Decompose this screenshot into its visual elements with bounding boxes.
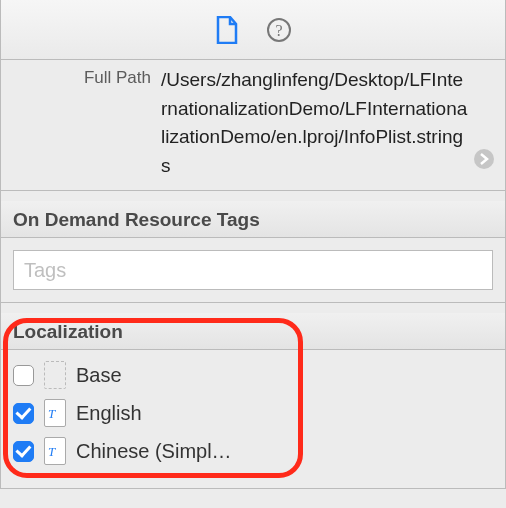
- on-demand-tags-header: On Demand Resource Tags: [0, 201, 506, 238]
- localization-row-base[interactable]: Base: [13, 356, 493, 394]
- full-path-label: Full Path: [11, 66, 161, 180]
- checkbox-chinese[interactable]: [13, 441, 34, 462]
- inspector-tab-bar: ?: [0, 0, 506, 60]
- localization-label: Base: [76, 364, 122, 387]
- localization-header: Localization: [0, 313, 506, 350]
- reveal-in-finder-icon[interactable]: [473, 148, 495, 176]
- identity-section: Full Path /Users/zhanglinfeng/Desktop/LF…: [0, 60, 506, 191]
- checkbox-english[interactable]: [13, 403, 34, 424]
- file-inspector-tab[interactable]: [211, 14, 243, 46]
- localization-row-english[interactable]: English: [13, 394, 493, 432]
- checkbox-base[interactable]: [13, 365, 34, 386]
- strings-file-icon: [44, 399, 66, 427]
- file-icon-placeholder: [44, 361, 66, 389]
- svg-text:?: ?: [275, 22, 282, 39]
- localization-label: English: [76, 402, 142, 425]
- localization-row-chinese[interactable]: Chinese (Simpl…: [13, 432, 493, 470]
- full-path-value: /Users/zhanglinfeng/Desktop/LFInternatio…: [161, 66, 469, 180]
- strings-file-icon: [44, 437, 66, 465]
- quick-help-tab[interactable]: ?: [263, 14, 295, 46]
- localization-body: Base English Chinese (Simpl…: [0, 350, 506, 489]
- on-demand-tags-body: [0, 238, 506, 303]
- localization-label: Chinese (Simpl…: [76, 440, 232, 463]
- svg-point-2: [474, 149, 494, 169]
- tags-input[interactable]: [13, 250, 493, 290]
